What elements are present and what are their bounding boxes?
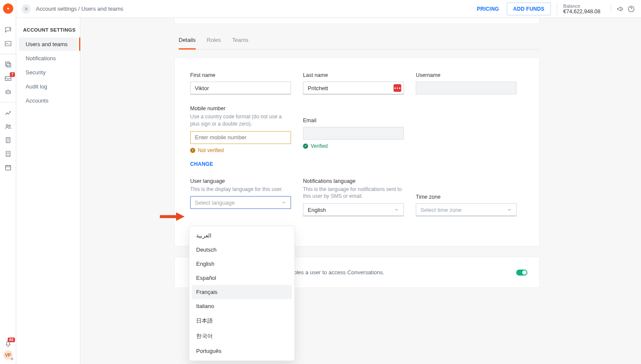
user-language-dropdown[interactable]: العربيةDeutschEnglishEspañolFrançaisItal… <box>189 226 295 361</box>
language-option[interactable]: العربية <box>192 229 292 243</box>
doc-icon[interactable] <box>4 136 12 144</box>
people-icon[interactable] <box>4 122 12 131</box>
language-option[interactable]: Deutsch <box>192 243 292 257</box>
language-option[interactable]: Español <box>192 271 292 285</box>
user-language-help: This is the display language for this us… <box>190 186 291 193</box>
email-label: Email <box>303 117 404 123</box>
language-option[interactable]: Italiano <box>192 299 292 313</box>
terminal-icon[interactable] <box>4 39 12 48</box>
email-field: Email ✓ Verified <box>303 117 404 149</box>
notif-language-field: Notifications language This is the langu… <box>303 178 404 217</box>
settings-sidebar: ACCOUNT SETTINGS Users and teams Notific… <box>16 18 80 364</box>
inbox-icon[interactable]: 7 <box>4 74 12 82</box>
chevron-up-icon <box>281 200 286 205</box>
analytics-icon[interactable] <box>4 109 12 117</box>
password-manager-icon[interactable]: ••• <box>394 84 401 92</box>
details-card: First name Last name ••• Username <box>174 57 540 247</box>
sidebar-title: ACCOUNT SETTINGS <box>23 27 80 32</box>
last-name-input[interactable] <box>303 82 404 94</box>
chat-icon[interactable] <box>4 26 12 34</box>
annotation-arrow-icon <box>160 211 185 222</box>
receipt-icon[interactable] <box>4 150 12 158</box>
svg-rect-3 <box>6 62 9 66</box>
email-input <box>303 127 404 140</box>
email-status: ✓ Verified <box>303 143 404 149</box>
language-option[interactable]: Français <box>192 285 292 299</box>
pricing-link[interactable]: PRICING <box>471 3 505 15</box>
left-rail: 7 82 VP <box>0 0 16 364</box>
svg-point-7 <box>7 92 8 93</box>
language-option[interactable]: 한국어 <box>192 329 292 344</box>
user-language-label: User language <box>190 178 291 184</box>
svg-rect-5 <box>5 76 11 80</box>
svg-point-9 <box>6 125 8 127</box>
sidebar-toggle-button[interactable] <box>21 4 31 14</box>
user-language-select[interactable]: Select language <box>190 196 291 209</box>
last-name-label: Last name <box>303 72 404 78</box>
timezone-select[interactable]: Select time zone <box>416 203 517 216</box>
timezone-field: Time zone Select time zone <box>416 178 517 217</box>
breadcrumb-root[interactable]: Account settings <box>36 6 76 12</box>
notif-language-help: This is the language for notifications s… <box>303 186 404 200</box>
username-field: Username <box>416 72 517 94</box>
announce-icon[interactable] <box>615 4 625 14</box>
sidebar-item-audit-log[interactable]: Audit log <box>19 80 77 93</box>
first-name-label: First name <box>190 72 291 78</box>
timezone-label: Time zone <box>416 194 517 200</box>
avatar[interactable]: VP <box>3 350 13 360</box>
chevron-down-icon <box>507 207 512 212</box>
first-name-field: First name <box>190 72 291 94</box>
app-logo-icon[interactable] <box>3 3 13 14</box>
sidebar-item-accounts[interactable]: Accounts <box>19 94 77 107</box>
sidebar-item-notifications[interactable]: Notifications <box>19 52 77 65</box>
chevron-down-icon <box>394 207 399 212</box>
tabs: Details Roles Teams <box>179 37 540 50</box>
notif-badge: 82 <box>8 338 15 342</box>
balance-label: Balance <box>563 3 600 9</box>
svg-rect-4 <box>7 63 11 67</box>
svg-rect-2 <box>5 41 11 46</box>
conversations-access-toggle[interactable] <box>516 270 527 276</box>
mobile-input[interactable] <box>190 131 291 144</box>
language-option[interactable]: 日本語 <box>192 313 292 329</box>
mobile-help: Use a country code format (do not use a … <box>190 113 291 128</box>
bell-icon[interactable]: 82 <box>4 339 12 348</box>
first-name-input[interactable] <box>190 82 291 94</box>
avatar-initials: VP <box>5 353 11 358</box>
mobile-label: Mobile number <box>190 106 291 112</box>
svg-rect-12 <box>6 166 11 170</box>
language-option[interactable]: Português <box>192 344 292 358</box>
breadcrumb-current: Users and teams <box>81 6 123 12</box>
conversations-access-text: bles a user to access Conversations. <box>294 269 384 276</box>
check-icon: ✓ <box>303 144 308 149</box>
tab-teams[interactable]: Teams <box>232 37 248 49</box>
tab-roles[interactable]: Roles <box>207 37 221 49</box>
calendar-icon[interactable] <box>4 163 12 172</box>
language-option[interactable]: English <box>192 257 292 271</box>
change-mobile-link[interactable]: CHANGE <box>190 161 291 167</box>
svg-point-10 <box>9 125 10 127</box>
svg-rect-6 <box>6 91 10 94</box>
mobile-status: ! Not verified <box>190 147 291 153</box>
add-funds-button[interactable]: ADD FUNDS <box>507 3 551 15</box>
topbar: Account settings / Users and teams PRICI… <box>16 0 641 18</box>
username-input <box>416 82 517 94</box>
sidebar-item-security[interactable]: Security <box>19 66 77 79</box>
help-icon[interactable] <box>626 4 636 14</box>
last-name-field: Last name ••• <box>303 72 404 94</box>
notif-language-select[interactable]: English <box>303 203 404 216</box>
svg-point-0 <box>6 7 9 10</box>
bot-icon[interactable] <box>4 88 12 96</box>
tab-details[interactable]: Details <box>179 37 196 50</box>
previous-card-slice <box>174 18 540 24</box>
username-label: Username <box>416 72 517 78</box>
notif-language-label: Notifications language <box>303 178 404 184</box>
warning-icon: ! <box>190 148 195 153</box>
sidebar-item-users-teams[interactable]: Users and teams <box>19 38 77 51</box>
breadcrumb: Account settings / Users and teams <box>36 6 123 12</box>
svg-point-1 <box>9 29 10 29</box>
mobile-field: Mobile number Use a country code format … <box>190 106 291 167</box>
copy-icon[interactable] <box>4 60 12 69</box>
balance-amount: €74,622,948.08 <box>563 9 600 15</box>
svg-point-8 <box>9 92 9 93</box>
